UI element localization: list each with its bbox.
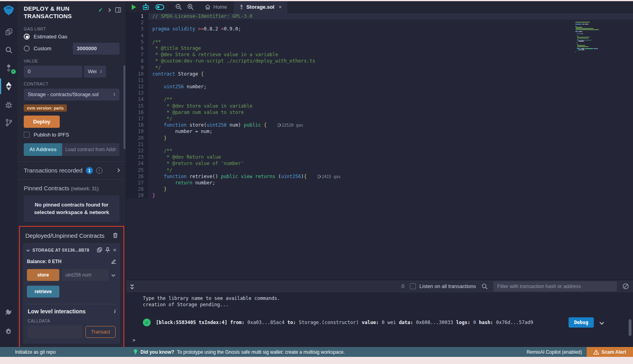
sidebar-item-debugger[interactable]	[0, 98, 17, 111]
value-input[interactable]	[24, 66, 82, 78]
pinned-contracts-title: Pinned Contracts (network: 31)	[17, 180, 126, 195]
terminal-filter-input[interactable]	[493, 281, 617, 292]
contract-instance-title: STORAGE AT 0X136...8B78	[32, 248, 94, 252]
trash-icon	[113, 233, 118, 238]
clear-instances-button[interactable]	[113, 233, 118, 238]
checkbox-icon	[410, 283, 416, 289]
remix-logo[interactable]	[2, 4, 15, 17]
tab-home[interactable]: Home	[199, 1, 233, 13]
listen-all-checkbox[interactable]: Listen on all transactions	[410, 283, 476, 289]
deploy-button[interactable]: Deploy	[24, 116, 60, 128]
files-icon	[5, 28, 13, 36]
radio-icon	[24, 46, 30, 51]
editor-topbar: Home Storage.sol ×	[126, 1, 633, 13]
edit-icon	[111, 259, 116, 264]
deployed-contracts-section: Deployed/Unpinned Contracts STORAGE AT 0…	[19, 226, 124, 347]
collapse-instance-icon[interactable]	[27, 248, 30, 251]
sidebar-item-deploy-run[interactable]	[0, 80, 17, 93]
copy-icon	[97, 247, 102, 252]
collapse-terminal-icon[interactable]	[131, 284, 133, 289]
zoom-in-icon[interactable]	[187, 4, 194, 10]
expand-args-icon[interactable]	[112, 273, 116, 277]
contract-label: CONTRACT	[24, 82, 119, 86]
expand-tx-icon[interactable]	[600, 320, 603, 325]
zoom-out-icon[interactable]	[175, 4, 182, 10]
did-you-know-tip: Did you know? To prototype using the Gno…	[133, 349, 345, 355]
code-editor[interactable]: 1// SPDX-License-Identifier: GPL-3.023pr…	[126, 13, 633, 280]
edit-balance-button[interactable]	[111, 259, 116, 264]
tab-storage-sol[interactable]: Storage.sol ×	[233, 1, 288, 13]
copilot-toggle-icon[interactable]	[155, 4, 164, 10]
deployed-contracts-title: Deployed/Unpinned Contracts	[25, 232, 104, 239]
sidebar-item-search[interactable]	[0, 43, 17, 57]
terminal-prompt[interactable]: >	[133, 337, 135, 343]
debug-button[interactable]: Debug	[569, 317, 594, 328]
transactions-recorded-row[interactable]: Transactions recorded 1 i	[17, 162, 126, 179]
info-icon[interactable]: i	[114, 308, 116, 315]
terminal-output[interactable]: Type the library name to see available c…	[126, 292, 633, 347]
deployed-contract-card: STORAGE AT 0X136...8B78	[23, 243, 120, 344]
terminal-scrollbar[interactable]	[629, 319, 631, 336]
transact-button[interactable]: Transact	[85, 326, 116, 338]
copy-address-button[interactable]	[97, 247, 102, 252]
warning-icon	[593, 350, 599, 355]
deploy-run-panel: DEPLOY & RUN TRANSACTIONS ✓ GAS LIMIT Es…	[17, 1, 126, 347]
retrieve-function-button[interactable]: retrieve	[27, 286, 59, 298]
env-ok-icon: ✓	[98, 7, 103, 13]
stepper-icon: ▲▼	[113, 93, 116, 97]
contract-select[interactable]: Storage - contracts/Storage.sol ▲▼	[24, 89, 119, 100]
tx-summary: [block:5583405 txIndex:4] from: 0xa03...…	[156, 320, 569, 325]
sidebar-item-settings[interactable]	[0, 325, 17, 338]
bug-icon	[5, 100, 13, 108]
info-icon[interactable]: i	[96, 167, 102, 174]
pin-icon	[105, 247, 110, 253]
gas-limit-label: GAS LIMIT	[24, 27, 119, 31]
scam-alert-button[interactable]: Scam Alert	[587, 347, 633, 357]
checkbox-icon	[24, 132, 30, 138]
terminal-log-line: Type the library name to see available c…	[143, 295, 633, 301]
sidebar-item-solidity-compiler[interactable]: ✓	[0, 61, 17, 75]
editor-minimap[interactable]	[575, 22, 599, 53]
remix-ide: ✓	[0, 0, 633, 364]
calldata-input[interactable]	[28, 326, 82, 338]
transaction-log-row[interactable]: ✓ [block:5583405 txIndex:4] from: 0xa03.…	[143, 317, 633, 328]
sidebar-item-file-explorer[interactable]	[0, 25, 17, 38]
estimated-gas-radio[interactable]: Estimated Gas	[24, 34, 119, 40]
at-address-button[interactable]: At Address	[24, 143, 62, 156]
run-script-button[interactable]	[132, 4, 136, 10]
custom-gas-input[interactable]	[73, 43, 119, 55]
search-icon	[5, 46, 13, 54]
git-init-button[interactable]: Initialize as git repo	[15, 349, 56, 355]
tx-success-icon: ✓	[143, 318, 151, 326]
terminal-log-line: creation of Storage pending...	[143, 301, 633, 308]
remixai-robot-icon[interactable]	[142, 4, 150, 11]
sidebar-item-git[interactable]	[0, 116, 17, 129]
copilot-status[interactable]: RemixAI Copilot (enabled)	[527, 349, 582, 355]
pin-panel-icon[interactable]	[115, 7, 121, 13]
store-function-button[interactable]: store	[27, 269, 59, 281]
solidity-file-icon	[239, 4, 244, 10]
panel-title: DEPLOY & RUN TRANSACTIONS	[24, 5, 83, 20]
custom-gas-radio[interactable]: Custom	[24, 46, 51, 51]
store-arg-input[interactable]	[62, 269, 109, 281]
editor-region: Home Storage.sol × 1// SPDX-License-Iden…	[126, 1, 633, 347]
app-window: ✓	[0, 1, 633, 357]
transactions-count-badge: 1	[86, 167, 93, 174]
panel-scrollbar[interactable]	[123, 65, 125, 149]
compile-success-badge: ✓	[11, 69, 16, 74]
deploy-run-icon	[5, 82, 13, 91]
expand-transactions-icon[interactable]	[116, 169, 120, 173]
collapse-panel-icon[interactable]	[107, 8, 111, 12]
clear-filter-icon[interactable]	[622, 283, 629, 290]
at-address-input[interactable]	[62, 143, 119, 156]
sidebar-item-plugin-manager[interactable]	[0, 307, 17, 320]
publish-ipfs-checkbox[interactable]: Publish to IPFS	[24, 132, 119, 138]
home-icon	[205, 4, 210, 9]
terminal: 0 Listen on all transactions	[126, 280, 633, 347]
remove-instance-button[interactable]: ×	[113, 247, 116, 253]
pin-contract-button[interactable]	[105, 247, 110, 253]
value-unit-select[interactable]: Wei ▲▼	[84, 66, 106, 78]
close-tab-icon[interactable]: ×	[279, 4, 282, 10]
gear-icon	[5, 328, 13, 336]
pinned-empty-message: No pinned contracts found for selected w…	[24, 195, 119, 222]
